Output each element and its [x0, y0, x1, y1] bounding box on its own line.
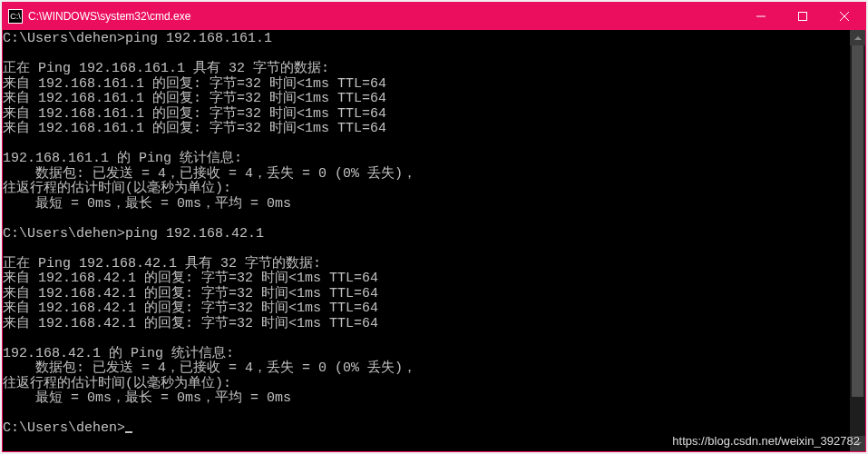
output-line: 往返行程的估计时间(以毫秒为单位):: [3, 376, 231, 391]
cmd-icon: C:\: [8, 9, 23, 24]
svg-rect-1: [799, 13, 807, 21]
scroll-track[interactable]: [850, 45, 865, 436]
output-line: 192.168.42.1 的 Ping 统计信息:: [3, 346, 234, 361]
output-line: 数据包: 已发送 = 4，已接收 = 4，丢失 = 0 (0% 丢失)，: [3, 360, 416, 376]
cmd-window: C:\ C:\WINDOWS\system32\cmd.exe C:\Users…: [2, 2, 866, 452]
scroll-thumb[interactable]: [852, 45, 863, 397]
close-icon: [840, 12, 849, 21]
output-line: 来自 192.168.42.1 的回复: 字节=32 时间<1ms TTL=64: [3, 271, 378, 286]
minimize-button[interactable]: [740, 3, 782, 30]
output-line: 来自 192.168.161.1 的回复: 字节=32 时间<1ms TTL=6…: [3, 106, 386, 122]
output-line: 最短 = 0ms，最长 = 0ms，平均 = 0ms: [3, 196, 291, 212]
minimize-icon: [756, 12, 766, 21]
terminal-content[interactable]: C:\Users\dehen>ping 192.168.161.1 正在 Pin…: [3, 30, 850, 451]
window-title: C:\WINDOWS\system32\cmd.exe: [28, 10, 190, 23]
output-line: 正在 Ping 192.168.42.1 具有 32 字节的数据:: [3, 256, 321, 271]
output-line: 最短 = 0ms，最长 = 0ms，平均 = 0ms: [3, 390, 291, 406]
output-line: 来自 192.168.161.1 的回复: 字节=32 时间<1ms TTL=6…: [3, 76, 386, 92]
output-line: 正在 Ping 192.168.161.1 具有 32 字节的数据:: [3, 61, 329, 76]
output-line: 来自 192.168.42.1 的回复: 字节=32 时间<1ms TTL=64: [3, 286, 378, 301]
maximize-button[interactable]: [782, 3, 824, 30]
chevron-up-icon: [854, 36, 862, 40]
close-button[interactable]: [824, 3, 865, 30]
vertical-scrollbar[interactable]: [850, 30, 865, 451]
output-line: 来自 192.168.161.1 的回复: 字节=32 时间<1ms TTL=6…: [3, 121, 386, 136]
command-text: ping 192.168.42.1: [125, 226, 264, 242]
output-line: 数据包: 已发送 = 4，已接收 = 4，丢失 = 0 (0% 丢失)，: [3, 166, 416, 182]
maximize-icon: [798, 12, 807, 21]
output-line: 来自 192.168.161.1 的回复: 字节=32 时间<1ms TTL=6…: [3, 91, 386, 106]
prompt: C:\Users\dehen>: [3, 31, 125, 46]
output-line: 往返行程的估计时间(以毫秒为单位):: [3, 181, 231, 196]
output-line: 192.168.161.1 的 Ping 统计信息:: [3, 151, 242, 166]
titlebar[interactable]: C:\ C:\WINDOWS\system32\cmd.exe: [3, 3, 865, 30]
command-text: ping 192.168.161.1: [125, 31, 272, 46]
terminal-body[interactable]: C:\Users\dehen>ping 192.168.161.1 正在 Pin…: [3, 30, 865, 451]
prompt: C:\Users\dehen>: [3, 420, 125, 436]
output-line: 来自 192.168.42.1 的回复: 字节=32 时间<1ms TTL=64: [3, 316, 378, 331]
watermark-text: https://blog.csdn.net/weixin_392782: [672, 434, 860, 448]
prompt: C:\Users\dehen>: [3, 226, 125, 242]
scroll-up-button[interactable]: [850, 30, 865, 45]
cursor: [125, 431, 132, 433]
output-line: 来自 192.168.42.1 的回复: 字节=32 时间<1ms TTL=64: [3, 301, 378, 316]
